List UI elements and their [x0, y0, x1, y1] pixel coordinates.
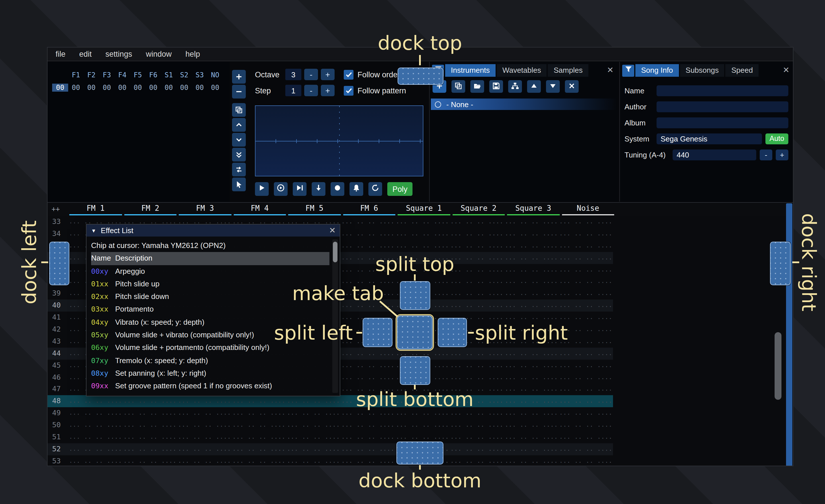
menu-item-settings[interactable]: settings [105, 50, 132, 59]
octave-decrement-button[interactable]: - [304, 69, 318, 80]
pattern-cell-square-2[interactable]: ... .. .. .... [449, 419, 504, 431]
pattern-cell-fm-6[interactable]: ... .. .. .... [341, 240, 395, 252]
instrument-list-item-none[interactable]: - None - [431, 98, 617, 110]
pattern-cell-noise[interactable]: ... .. .. .... [558, 359, 613, 371]
pattern-cell-square-2[interactable]: ... .. .. .... [449, 240, 504, 252]
orders-cell-f1[interactable]: 00 [68, 84, 84, 92]
orders-cell-s2[interactable]: 00 [176, 84, 192, 92]
dock-bottom-target[interactable] [396, 441, 443, 465]
pattern-cell-fm-4[interactable]: ... .. .. .... [232, 455, 286, 466]
field-input-name[interactable] [657, 85, 788, 96]
pattern-cell-noise[interactable]: ... .. .. .... [558, 443, 613, 455]
pattern-cell-fm-3[interactable]: ... .. .. .... [177, 419, 231, 431]
step-increment-button[interactable]: + [321, 85, 334, 96]
pattern-cell-square-3[interactable]: ... .. .. .... [504, 396, 558, 408]
effect-row-08xy[interactable]: 08xySet panning (x: left; y: right) [91, 367, 340, 380]
duplicate-order-button[interactable] [232, 103, 246, 117]
channel-header-noise[interactable]: Noise [560, 203, 615, 216]
tab-instruments[interactable]: Instruments [445, 64, 496, 77]
pattern-cell-square-3[interactable]: ... .. .. .... [504, 288, 558, 300]
play-from-cursor-button[interactable] [293, 182, 306, 196]
effect-row-09xx[interactable]: 09xxSet groove pattern (speed 1 if no gr… [91, 380, 340, 393]
system-value-input[interactable]: Sega Genesis [657, 133, 762, 144]
pattern-cell-fm-3[interactable]: ... .. .. .... [177, 443, 231, 455]
repeat-pattern-button[interactable] [368, 182, 382, 196]
pattern-cell-square-3[interactable]: ... .. .. .... [504, 252, 558, 264]
add-order-button[interactable] [232, 70, 246, 84]
pattern-cell-fm-2[interactable]: ... .. .. .... [123, 396, 177, 408]
pattern-cell-noise[interactable]: ... .. .. .... [558, 419, 613, 431]
pattern-cell-square-2[interactable]: ... .. .. .... [449, 276, 504, 288]
pattern-cell-noise[interactable]: ... .. .. .... [558, 264, 613, 276]
pattern-cell-fm-3[interactable]: ... .. .. .... [177, 431, 231, 443]
effect-row-07xy[interactable]: 07xyTremolo (x: speed; y: depth) [91, 354, 340, 367]
pattern-cell-fm-6[interactable]: ... .. .. .... [341, 216, 395, 228]
pattern-cell-square-2[interactable]: ... .. .. .... [449, 359, 504, 371]
make-tab-target[interactable] [397, 316, 433, 349]
pattern-cell-fm-5[interactable]: ... .. .. .... [286, 431, 341, 443]
pattern-cell-fm-4[interactable]: ... .. .. .... [232, 443, 286, 455]
pattern-cell-fm-6[interactable]: ... .. .. .... [341, 443, 395, 455]
pattern-cell-square-2[interactable]: ... .. .. .... [449, 288, 504, 300]
channel-header-square-2[interactable]: Square 2 [451, 203, 506, 216]
remove-order-button[interactable] [232, 85, 246, 98]
pattern-cell-square-3[interactable]: ... .. .. .... [504, 359, 558, 371]
close-icon[interactable]: ✕ [783, 66, 790, 74]
open-instrument-button[interactable] [470, 80, 484, 93]
close-icon[interactable]: ✕ [607, 66, 614, 74]
pattern-cell-noise[interactable]: ... .. .. .... [558, 228, 613, 240]
octave-increment-button[interactable]: + [321, 69, 334, 80]
pattern-cell-noise[interactable]: ... .. .. .... [558, 276, 613, 288]
orders-cell-s3[interactable]: 00 [192, 84, 207, 92]
follow-orders-checkbox[interactable]: Follow orders [344, 69, 404, 80]
pattern-cell-fm-6[interactable]: ... .. .. .... [341, 359, 395, 371]
orders-cell-f4[interactable]: 00 [115, 84, 130, 92]
pattern-cell-fm-3[interactable]: ... .. .. .... [177, 408, 231, 420]
pattern-cell-noise[interactable]: ... .. .. .... [558, 455, 613, 466]
pattern-cell-fm-2[interactable]: ... .. .. .... [123, 431, 177, 443]
pattern-cell-square-3[interactable]: ... .. .. .... [504, 264, 558, 276]
duplicate-instrument-button[interactable] [451, 80, 465, 93]
pattern-row-49[interactable]: 49... .. .. ....... .. .. ....... .. .. … [48, 408, 613, 420]
pattern-cell-noise[interactable]: ... .. .. .... [558, 396, 613, 408]
dock-left-target[interactable] [49, 242, 69, 285]
step-value[interactable]: 1 [285, 85, 301, 96]
menu-item-edit[interactable]: edit [79, 50, 92, 59]
field-input-author[interactable] [657, 101, 788, 112]
metronome-button[interactable] [350, 182, 363, 196]
pattern-cell-noise[interactable]: ... .. .. .... [558, 371, 613, 384]
pattern-cell-square-3[interactable]: ... .. .. .... [504, 431, 558, 443]
pattern-cell-square-2[interactable]: ... .. .. .... [449, 455, 504, 466]
pattern-cell-fm-6[interactable]: ... .. .. .... [341, 348, 395, 360]
orders-cell-no[interactable]: 00 [207, 84, 223, 92]
split-left-target[interactable] [363, 318, 392, 347]
save-instrument-button[interactable] [489, 80, 503, 93]
channel-header-square-1[interactable]: Square 1 [396, 203, 451, 216]
pattern-cell-fm-1[interactable]: ... .. .. .... [68, 396, 123, 408]
channel-header-fm-1[interactable]: FM 1 [68, 203, 123, 216]
pattern-cell-square-2[interactable]: ... .. .. .... [449, 431, 504, 443]
effect-list-scrollbar-thumb[interactable] [333, 242, 338, 262]
channel-header-square-3[interactable]: Square 3 [506, 203, 560, 216]
menu-item-help[interactable]: help [185, 50, 200, 59]
pattern-cell-fm-5[interactable]: ... .. .. .... [286, 396, 341, 408]
pattern-cell-fm-2[interactable]: ... .. .. .... [123, 455, 177, 466]
poly-toggle-button[interactable]: Poly [387, 182, 413, 196]
pattern-row-48[interactable]: 48... .. .. ....... .. .. ....... .. .. … [48, 396, 613, 408]
tuning-decrement-button[interactable]: - [760, 149, 772, 160]
pattern-cell-fm-4[interactable]: ... .. .. .... [232, 419, 286, 431]
pattern-cell-fm-4[interactable]: ... .. .. .... [232, 396, 286, 408]
pattern-cell-square-2[interactable]: ... .. .. .... [449, 348, 504, 360]
field-input-album[interactable] [657, 117, 788, 128]
orders-cell-f6[interactable]: 00 [146, 84, 161, 92]
effect-list-scrollbar[interactable] [332, 239, 338, 393]
pattern-cell-fm-1[interactable]: ... .. .. .... [68, 408, 123, 420]
step-decrement-button[interactable]: - [304, 85, 318, 96]
pattern-cell-noise[interactable]: ... .. .. .... [558, 431, 613, 443]
pattern-cell-square-1[interactable]: ... .. .. .... [395, 240, 449, 252]
orders-cell-f2[interactable]: 00 [84, 84, 99, 92]
collapse-triangle-icon[interactable]: ▼ [91, 228, 96, 233]
pattern-cell-square-2[interactable]: ... .. .. .... [449, 228, 504, 240]
delete-instrument-button[interactable] [565, 80, 579, 93]
move-order-up-button[interactable] [232, 118, 246, 132]
